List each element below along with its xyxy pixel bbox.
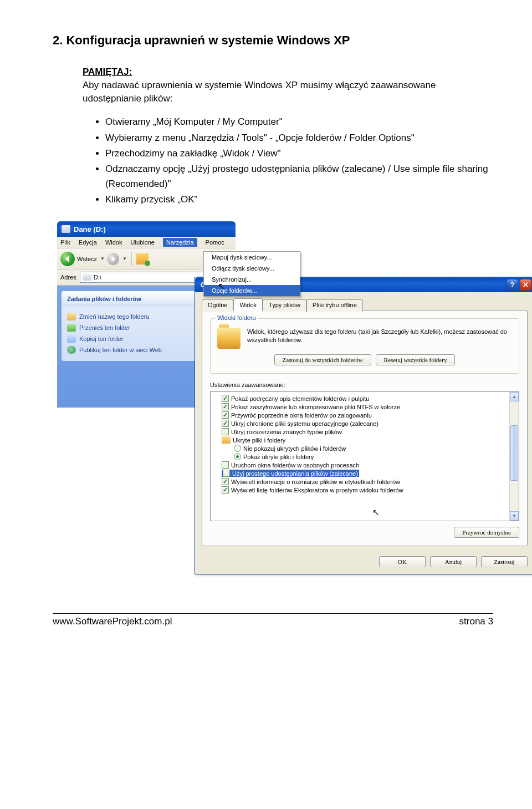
tree-item[interactable]: ✓Wyświetl informacje o rozmiarze plików … <box>213 477 509 486</box>
radio-icon[interactable] <box>234 445 241 452</box>
back-button[interactable]: Wstecz ▼ <box>60 252 105 266</box>
folder-up-icon[interactable] <box>136 253 149 264</box>
menu-item-map-drive[interactable]: Mapuj dysk sieciowy... <box>204 252 300 263</box>
checkbox-icon[interactable]: ✓ <box>222 478 229 485</box>
tree-label: Ukryte pliki i foldery <box>233 437 285 444</box>
close-button[interactable]: ✕ <box>520 279 531 291</box>
tree-label: Przywróć poprzednie okna folderów po zal… <box>231 412 372 419</box>
address-label: Adres <box>60 274 76 281</box>
menu-ulubione[interactable]: Ulubione <box>131 239 155 246</box>
scroll-up-button[interactable]: ▲ <box>510 392 519 401</box>
steps-list: Otwieramy „Mój Komputer / My Computer" W… <box>105 115 493 207</box>
drive-icon <box>62 225 70 233</box>
back-icon <box>60 252 75 266</box>
tree-item[interactable]: ✓Uruchom okna folderów w osobnych proces… <box>213 461 509 469</box>
tree-label: Uruchom okna folderów w osobnych procesa… <box>231 462 359 469</box>
tab-typy-plikow[interactable]: Typy plików <box>263 299 306 312</box>
apply-button[interactable]: Zastosuj <box>481 556 528 567</box>
tree-label: Nie pokazuj ukrytych plików i folderów <box>243 445 346 452</box>
group-label: Widoki folderu <box>215 314 258 321</box>
tree-label: Wyświetl listę folderów Eksploratora w p… <box>231 487 403 493</box>
checkbox-icon[interactable]: ✓ <box>222 411 229 419</box>
section-title: 2. Konfiguracja uprawnień w systemie Win… <box>53 33 493 48</box>
folder-options-dialog: Opcje folderów ? ✕ Ogólne Widok Typy pli… <box>195 277 532 574</box>
list-item: Wybieramy z menu „Narzędzia / Tools" - „… <box>105 131 493 145</box>
tree-item[interactable]: ✓Przywróć poprzednie okna folderów po za… <box>213 411 509 419</box>
checkbox-icon[interactable]: ✓ <box>222 461 229 469</box>
task-label: Kopiuj ten folder <box>79 335 124 342</box>
radio-icon[interactable] <box>234 453 241 460</box>
tree-label: Ukryj chronione pliki systemu operacyjne… <box>231 420 378 427</box>
tab-ogolne[interactable]: Ogólne <box>202 299 233 312</box>
tab-pliki-offline[interactable]: Pliki trybu offline <box>306 299 363 312</box>
scrollbar[interactable]: ▲ ▼ <box>509 392 519 521</box>
drive-icon <box>83 274 91 281</box>
tree-label: Pokaż zaszyfrowane lub skompresowane pli… <box>231 404 400 410</box>
tree-label: Ukryj rozszerzenia znanych typów plików <box>231 429 342 435</box>
list-item: Odznaczamy opcję „Użyj prostego udostępn… <box>105 162 493 191</box>
scroll-thumb[interactable] <box>510 425 518 481</box>
menu-item-disconnect-drive[interactable]: Odłącz dysk sieciowy... <box>204 263 300 274</box>
explorer-title: Dane (D:) <box>74 225 106 233</box>
tree-item[interactable]: Nie pokazuj ukrytych plików i folderów <box>213 444 509 452</box>
explorer-titlebar[interactable]: Dane (D:) <box>57 221 236 237</box>
rename-icon <box>67 313 76 320</box>
checkbox-icon[interactable]: ✓ <box>223 470 230 477</box>
intro-paragraph: PAMIĘTAJ: Aby nadawać uprawnienia w syst… <box>83 65 493 105</box>
tree-item[interactable]: Pokaż ukryte pliki i foldery <box>213 452 509 461</box>
task-label: Publikuj ten folder w sieci Web <box>79 347 162 353</box>
footer-url: www.SoftwareProjekt.com.pl <box>53 616 172 627</box>
tree-label: Wyświetl informacje o rozmiarze plików w… <box>231 479 400 485</box>
tree-label: Użyj prostego udostępniania plików (zale… <box>232 470 358 477</box>
reset-all-folders-button[interactable]: Resetuj wszystkie foldery <box>376 354 456 365</box>
checkbox-icon[interactable]: ✓ <box>222 403 229 410</box>
checkbox-icon[interactable]: ✓ <box>222 420 229 427</box>
tree-item[interactable]: Ukryte pliki i foldery <box>213 436 509 444</box>
folder-views-text: Widok, którego używasz dla tego folderu … <box>247 328 512 349</box>
explorer-menubar[interactable]: Plik Edycja Widok Ulubione Narzędzia Pom… <box>57 237 236 248</box>
list-item: Klikamy przycisk „OK" <box>105 192 493 207</box>
tree-item[interactable]: ✓Wyświetl listę folderów Eksploratora w … <box>213 486 509 494</box>
move-icon <box>67 324 76 332</box>
tree-item[interactable]: ✓Pokaż podręczny opis elementów folderów… <box>213 394 509 403</box>
menu-widok[interactable]: Widok <box>105 239 122 246</box>
copy-icon <box>67 335 76 343</box>
intro-text: Aby nadawać uprawnienia w systemie Windo… <box>83 80 436 104</box>
cancel-button[interactable]: Anuluj <box>430 556 477 567</box>
scroll-down-button[interactable]: ▼ <box>510 511 519 521</box>
ok-button[interactable]: OK <box>379 556 426 567</box>
tree-item[interactable]: ✓Użyj prostego udostępniania plików (zal… <box>213 469 509 477</box>
menu-narzedzia[interactable]: Narzędzia <box>163 238 197 247</box>
cursor-icon: ↖ <box>218 281 225 292</box>
tree-label: Pokaż ukryte pliki i foldery <box>243 454 314 460</box>
list-item: Otwieramy „Mój Komputer / My Computer" <box>105 115 493 129</box>
help-button[interactable]: ? <box>507 279 518 291</box>
tasks-header-label: Zadania plików i folderów <box>67 296 141 302</box>
dialog-tabs: Ogólne Widok Typy plików Pliki trybu off… <box>202 298 528 311</box>
checkbox-icon[interactable]: ✓ <box>222 395 229 402</box>
apply-all-folders-button[interactable]: Zastosuj do wszystkich folderów <box>274 354 371 365</box>
list-item: Przechodzimy na zakładkę „Widok / View" <box>105 146 493 161</box>
separator <box>131 252 132 266</box>
back-label: Wstecz <box>77 256 97 262</box>
menu-plik[interactable]: Plik <box>60 239 70 246</box>
tree-item[interactable]: ✓Pokaż zaszyfrowane lub skompresowane pl… <box>213 403 509 411</box>
tree-item[interactable]: ✓Ukryj chronione pliki systemu operacyjn… <box>213 419 509 428</box>
checkbox-icon[interactable]: ✓ <box>222 428 229 435</box>
forward-button[interactable] <box>107 253 119 265</box>
advanced-settings-label: Ustawienia zaawansowane: <box>210 381 519 388</box>
tabpanel-widok: Widoki folderu Widok, którego używasz dl… <box>202 310 528 546</box>
page-footer: www.SoftwareProjekt.com.pl strona 3 <box>53 613 493 627</box>
publish-icon <box>67 346 76 354</box>
intro-label: PAMIĘTAJ: <box>83 67 132 77</box>
address-value: D:\ <box>94 274 101 281</box>
tree-label: Pokaż podręczny opis elementów folderów … <box>231 395 369 402</box>
chevron-down-icon[interactable]: ▼ <box>122 256 127 261</box>
menu-edycja[interactable]: Edycja <box>79 239 97 246</box>
checkbox-icon[interactable]: ✓ <box>222 486 229 493</box>
tree-item[interactable]: ✓Ukryj rozszerzenia znanych typów plików <box>213 428 509 436</box>
restore-defaults-button[interactable]: Przywróć domyślne <box>454 527 519 538</box>
menu-pomoc[interactable]: Pomoc <box>206 239 224 246</box>
tab-widok[interactable]: Widok <box>233 298 263 311</box>
advanced-settings-tree[interactable]: ✓Pokaż podręczny opis elementów folderów… <box>210 391 519 521</box>
